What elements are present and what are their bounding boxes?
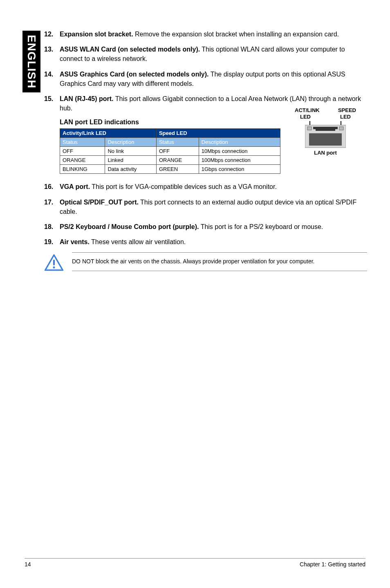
table-cell: OFF: [60, 147, 105, 156]
item-number: 15.: [44, 94, 60, 113]
table-row: BLINKING Data activity GREEN 1Gbps conne…: [60, 165, 280, 174]
svg-rect-6: [53, 260, 55, 265]
item-text: Optical S/PDIF_OUT port. This port conne…: [60, 197, 367, 216]
item-rest: These vents allow air ventilation.: [90, 238, 186, 245]
diagram-label: SPEED: [338, 107, 356, 114]
diagram-bottom-label: LAN port: [293, 150, 358, 156]
led-section: LAN port LED indications Activity/Link L…: [60, 119, 367, 174]
table-subheader: Status: [60, 138, 105, 147]
chapter-title: Chapter 1: Getting started: [300, 561, 365, 568]
table-cell: 10Mbps connection: [199, 147, 280, 156]
led-heading: LAN port LED indications: [60, 119, 280, 126]
table-cell: No link: [105, 147, 157, 156]
table-row: OFF No link OFF 10Mbps connection: [60, 147, 280, 156]
table-cell: 1Gbps connection: [199, 165, 280, 174]
diagram-label: LED: [340, 114, 351, 120]
item-bold: Optical S/PDIF_OUT port.: [60, 199, 139, 206]
item-rest: This port is for VGA-compatible devices …: [90, 183, 277, 190]
svg-rect-5: [309, 133, 342, 146]
svg-point-7: [53, 267, 55, 269]
list-item: 12. Expansion slot bracket. Remove the e…: [44, 29, 367, 39]
list-item: 17. Optical S/PDIF_OUT port. This port c…: [44, 197, 367, 216]
list-item: 13. ASUS WLAN Card (on selected models o…: [44, 45, 367, 63]
item-text: PS/2 Keyboard / Mouse Combo port (purple…: [60, 222, 367, 231]
item-bold: ASUS WLAN Card (on selected models only)…: [60, 46, 200, 53]
table-subheader: Description: [105, 138, 157, 147]
item-bold: PS/2 Keyboard / Mouse Combo port (purple…: [60, 223, 199, 230]
item-number: 16.: [44, 182, 60, 191]
caution-icon: [44, 254, 64, 271]
item-rest: Remove the expansion slot bracket when i…: [133, 31, 339, 38]
table-row: ORANGE Linked ORANGE 100Mbps connection: [60, 156, 280, 165]
table-cell: Data activity: [105, 165, 157, 174]
table-cell: ORANGE: [60, 156, 105, 165]
table-cell: ORANGE: [156, 156, 199, 165]
item-text: Expansion slot bracket. Remove the expan…: [60, 29, 367, 39]
item-text: ASUS Graphics Card (on selected models o…: [60, 70, 367, 88]
item-bold: Air vents.: [60, 238, 90, 245]
page-footer: 14 Chapter 1: Getting started: [25, 558, 365, 568]
led-table: Activity/Link LED Speed LED Status Descr…: [60, 128, 280, 174]
item-number: 19.: [44, 237, 60, 247]
item-bold: Expansion slot bracket.: [60, 31, 133, 38]
table-subheader: Status: [156, 138, 199, 147]
item-bold: LAN (RJ-45) port.: [60, 95, 114, 102]
svg-rect-3: [307, 127, 312, 130]
table-cell: OFF: [156, 147, 199, 156]
page-number: 14: [25, 561, 31, 568]
list-item: 18. PS/2 Keyboard / Mouse Combo port (pu…: [44, 222, 367, 231]
lan-port-diagram: ACT/LINK SPEED LED LED LAN port: [293, 107, 358, 156]
table-header: Activity/Link LED: [60, 129, 157, 138]
table-subheader: Description: [199, 138, 280, 147]
table-cell: BLINKING: [60, 165, 105, 174]
diagram-label: LED: [300, 114, 311, 120]
item-number: 18.: [44, 222, 60, 231]
item-number: 17.: [44, 197, 60, 216]
table-cell: Linked: [105, 156, 157, 165]
list-item: 19. Air vents. These vents allow air ven…: [44, 237, 367, 247]
item-number: 12.: [44, 29, 60, 39]
item-text: VGA port. This port is for VGA-compatibl…: [60, 182, 367, 191]
table-cell: 100Mbps connection: [199, 156, 280, 165]
item-text: ASUS WLAN Card (on selected models only)…: [60, 45, 367, 63]
list-item: 16. VGA port. This port is for VGA-compa…: [44, 182, 367, 191]
table-cell: GREEN: [156, 165, 199, 174]
table-header: Speed LED: [156, 129, 280, 138]
lan-port-icon: [305, 121, 346, 149]
item-text: Air vents. These vents allow air ventila…: [60, 237, 367, 247]
item-number: 13.: [44, 45, 60, 63]
diagram-label: ACT/LINK: [295, 107, 320, 114]
main-content: 12. Expansion slot bracket. Remove the e…: [44, 29, 367, 271]
svg-rect-4: [339, 127, 343, 130]
note-text: DO NOT block the air vents on the chassi…: [72, 252, 367, 271]
item-bold: VGA port.: [60, 183, 90, 190]
item-rest: This port is for a PS/2 keyboard or mous…: [199, 223, 323, 230]
language-tab: ENGLISH: [22, 31, 40, 92]
list-item: 14. ASUS Graphics Card (on selected mode…: [44, 70, 367, 88]
item-bold: ASUS Graphics Card (on selected models o…: [60, 71, 209, 78]
note-box: DO NOT block the air vents on the chassi…: [44, 252, 367, 271]
item-number: 14.: [44, 70, 60, 88]
